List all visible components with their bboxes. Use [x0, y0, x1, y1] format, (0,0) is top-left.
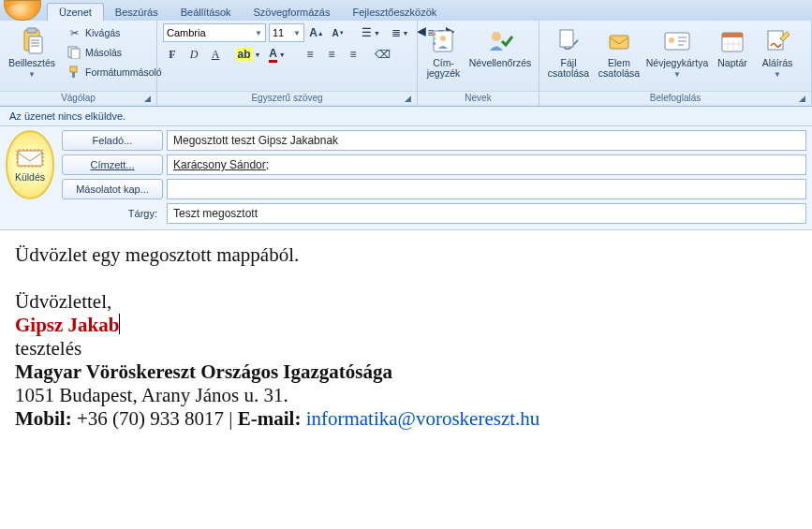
group-basic-text-title: Egyszerű szöveg — [157, 91, 417, 104]
signature-name: Gipsz Jakab — [15, 314, 119, 336]
bold-button[interactable]: F — [163, 45, 182, 64]
tab-message[interactable]: Üzenet — [47, 3, 104, 21]
svg-rect-29 — [768, 31, 783, 50]
svg-rect-1 — [27, 28, 37, 33]
send-label: Küldés — [15, 171, 45, 183]
font-size-combo[interactable]: 11 ▼ — [269, 23, 304, 42]
basic-text-dialog-launcher[interactable]: ◢ — [405, 94, 414, 103]
from-button-label: Feladó... — [93, 135, 133, 146]
svg-point-19 — [669, 37, 674, 43]
ribbon-tabs: Üzenet Beszúrás Beállítások Szövegformáz… — [47, 0, 448, 21]
info-bar: Az üzenet nincs elküldve. — [0, 107, 812, 126]
copy-label: Másolás — [85, 47, 122, 58]
include-dialog-launcher[interactable]: ◢ — [799, 94, 808, 103]
signature-label: Aláírás — [762, 58, 793, 68]
email-link[interactable]: informatika@voroskereszt.hu — [301, 407, 539, 430]
underline-button[interactable]: A — [206, 45, 225, 64]
font-name-combo[interactable]: Cambria ▼ — [163, 23, 266, 42]
clear-formatting-button[interactable]: ⌫ — [373, 45, 391, 64]
grow-font-button[interactable]: A▲ — [307, 23, 326, 42]
format-painter-label: Formátummásoló — [85, 66, 162, 78]
cc-button-label: Másolatot kap... — [76, 184, 149, 195]
attach-item-icon — [604, 26, 634, 56]
from-value: Megosztott teszt Gipsz Jakabnak — [173, 134, 338, 147]
font-size-value: 11 — [273, 27, 284, 38]
send-button[interactable]: Küldés — [6, 130, 54, 199]
numbering-button[interactable]: ≣▼ — [387, 23, 413, 42]
svg-rect-17 — [610, 36, 628, 49]
highlight-button[interactable]: ab▼ — [235, 45, 261, 64]
calendar-button[interactable]: Naptár — [712, 23, 753, 69]
email-label: E-mail: — [238, 407, 302, 430]
tab-developer[interactable]: Fejlesztőeszközök — [341, 4, 448, 21]
font-color-button[interactable]: A▼ — [264, 45, 290, 64]
group-names-title: Nevek — [418, 91, 539, 104]
signature-contact: Mobil: +36 (70) 933 8017 | E-mail: infor… — [15, 407, 797, 431]
format-painter-button[interactable]: Formátummásoló — [62, 63, 167, 81]
address-book-button[interactable]: Cím-jegyzék — [423, 23, 464, 80]
copy-icon — [66, 45, 81, 60]
cut-button[interactable]: ✂ Kivágás — [62, 23, 167, 42]
font-name-value: Cambria — [167, 27, 206, 38]
office-button[interactable] — [4, 0, 41, 21]
signature-button[interactable]: Aláírás ▼ — [757, 23, 798, 80]
numbering-icon: ≣ — [391, 26, 401, 39]
calendar-label: Naptár — [717, 58, 747, 68]
svg-rect-24 — [722, 33, 743, 37]
svg-rect-30 — [18, 151, 42, 166]
font-color-icon: A — [269, 47, 277, 63]
chevron-down-icon: ▼ — [673, 70, 681, 79]
svg-rect-11 — [433, 33, 436, 36]
italic-button[interactable]: D — [185, 45, 203, 64]
signature-role: tesztelés — [15, 337, 797, 360]
to-field[interactable]: Karácsony Sándor; — [167, 154, 806, 175]
align-center-icon: ≡ — [328, 48, 334, 61]
attach-file-label: Fájl csatolása — [548, 58, 589, 79]
attach-item-button[interactable]: Elem csatolása — [596, 23, 642, 80]
signature-org: Magyar Vöröskereszt Országos Igazgatóság… — [15, 360, 797, 384]
to-button-label: Címzett... — [90, 159, 134, 170]
check-names-button[interactable]: Névellenőrzés — [467, 23, 533, 69]
copy-button[interactable]: Másolás — [62, 43, 167, 62]
to-button[interactable]: Címzett... — [62, 154, 163, 175]
tab-format[interactable]: Szövegformázás — [243, 4, 342, 21]
svg-rect-9 — [72, 72, 75, 78]
attach-file-button[interactable]: Fájl csatolása — [545, 23, 592, 80]
tab-insert[interactable]: Beszúrás — [104, 4, 170, 21]
signature-address: 1051 Budapest, Arany János u. 31. — [15, 384, 797, 407]
mobile-label: Mobil: — [15, 407, 72, 430]
eraser-icon: ⌫ — [375, 48, 391, 61]
align-right-button[interactable]: ≡ — [344, 45, 362, 64]
paperclip-icon — [554, 26, 583, 56]
align-center-button[interactable]: ≡ — [322, 45, 341, 64]
group-include: Fájl csatolása Elem csatolása Névjegykár… — [539, 21, 812, 106]
align-left-button[interactable]: ≡ — [301, 45, 319, 64]
svg-rect-2 — [29, 37, 42, 53]
chevron-down-icon: ▼ — [255, 29, 262, 37]
tab-options[interactable]: Beállítások — [170, 4, 243, 21]
address-book-icon — [429, 26, 459, 56]
shrink-font-button[interactable]: A▼ — [329, 23, 347, 42]
from-field[interactable]: Megosztott teszt Gipsz Jakabnak — [167, 130, 806, 151]
business-card-button[interactable]: Névjegykártya ▼ — [646, 23, 708, 80]
cc-field[interactable] — [167, 179, 806, 199]
subject-label: Tárgy: — [62, 208, 163, 219]
clipboard-dialog-launcher[interactable]: ◢ — [144, 94, 154, 103]
paste-icon — [17, 26, 47, 56]
mobile-value: +36 (70) 933 8017 | — [72, 407, 238, 430]
from-button[interactable]: Feladó... — [62, 130, 163, 151]
cc-button[interactable]: Másolatot kap... — [62, 179, 163, 199]
business-card-label: Névjegykártya — [646, 58, 709, 68]
paste-button[interactable]: Beillesztés ▼ — [6, 23, 58, 80]
bullets-icon: ☰ — [362, 26, 372, 39]
message-body[interactable]: Üdvözlet egy megosztott mappából. Üdvözl… — [0, 230, 812, 529]
svg-rect-16 — [560, 30, 573, 47]
align-right-icon: ≡ — [349, 48, 356, 61]
svg-rect-7 — [71, 49, 80, 59]
highlight-icon: ab — [236, 48, 253, 61]
business-card-icon — [662, 26, 692, 56]
calendar-icon — [717, 26, 747, 56]
chevron-down-icon: ▼ — [774, 70, 781, 79]
bullets-button[interactable]: ☰▼ — [358, 23, 384, 42]
subject-field[interactable]: Teszt megosztott — [167, 203, 806, 224]
